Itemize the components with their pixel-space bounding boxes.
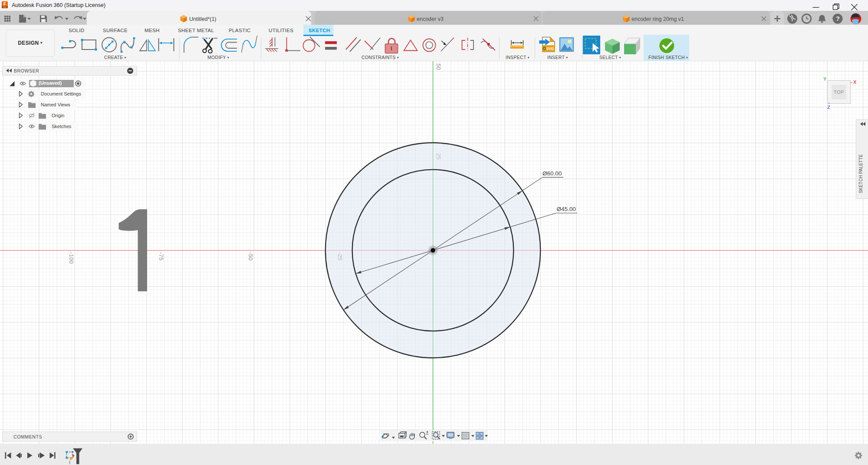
svg-text:SKETCH PALETTE: SKETCH PALETTE [858,154,863,193]
svg-text:F: F [3,2,6,7]
svg-text:Untitled*(1): Untitled*(1) [189,16,217,22]
svg-text:-100: -100 [68,252,75,264]
svg-text:SVG: SVG [546,46,554,51]
svg-text:Ø45.00: Ø45.00 [557,206,576,212]
svg-text:-50: -50 [247,252,254,261]
svg-text:encoder ring 20mg v1: encoder ring 20mg v1 [631,16,684,22]
svg-text:encoder v3: encoder v3 [417,16,444,22]
svg-text:?: ? [836,15,840,22]
svg-text:50: 50 [435,63,442,70]
svg-text:Ø60.00: Ø60.00 [542,170,562,177]
svg-text:-75: -75 [158,252,164,261]
